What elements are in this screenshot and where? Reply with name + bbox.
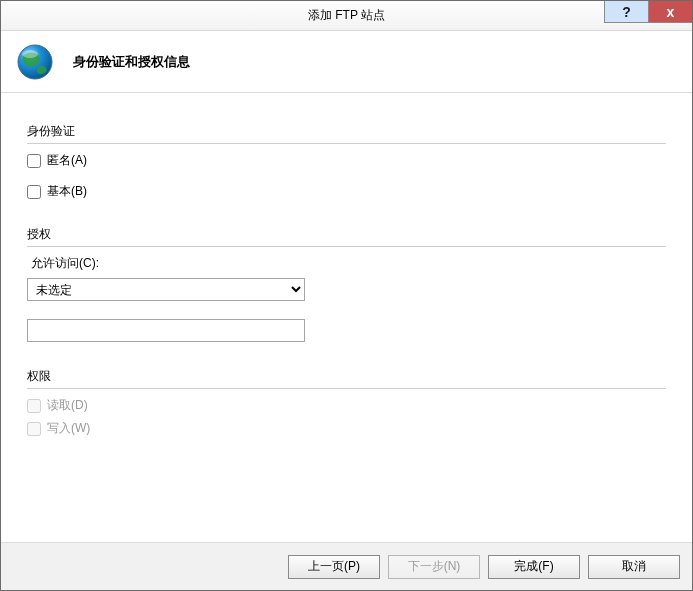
svg-point-1 <box>22 50 38 58</box>
read-checkbox <box>27 399 41 413</box>
anonymous-checkbox-row[interactable]: 匿名(A) <box>27 152 666 169</box>
write-checkbox <box>27 422 41 436</box>
help-button[interactable]: ? <box>604 1 648 23</box>
authentication-group-label: 身份验证 <box>27 123 666 144</box>
basic-label: 基本(B) <box>47 183 87 200</box>
anonymous-label: 匿名(A) <box>47 152 87 169</box>
wizard-body: 身份验证 匿名(A) 基本(B) 授权 允许访问(C): 未选定 权限 读取(D… <box>1 93 692 542</box>
allow-access-select[interactable]: 未选定 <box>27 278 305 301</box>
write-checkbox-row: 写入(W) <box>27 420 666 437</box>
help-icon: ? <box>622 4 631 20</box>
finish-button[interactable]: 完成(F) <box>488 555 580 579</box>
globe-icon <box>15 42 55 82</box>
previous-button[interactable]: 上一页(P) <box>288 555 380 579</box>
close-button[interactable]: x <box>648 1 692 23</box>
titlebar: 添加 FTP 站点 ? x <box>1 1 692 31</box>
cancel-button[interactable]: 取消 <box>588 555 680 579</box>
permissions-group-label: 权限 <box>27 368 666 389</box>
allow-access-textbox[interactable] <box>27 319 305 342</box>
authorization-group-label: 授权 <box>27 226 666 247</box>
anonymous-checkbox[interactable] <box>27 154 41 168</box>
basic-checkbox-row[interactable]: 基本(B) <box>27 183 666 200</box>
basic-checkbox[interactable] <box>27 185 41 199</box>
allow-access-label: 允许访问(C): <box>31 255 666 272</box>
next-button: 下一步(N) <box>388 555 480 579</box>
window-title: 添加 FTP 站点 <box>308 7 385 24</box>
read-label: 读取(D) <box>47 397 88 414</box>
page-title: 身份验证和授权信息 <box>73 53 190 71</box>
titlebar-buttons: ? x <box>604 1 692 23</box>
wizard-header: 身份验证和授权信息 <box>1 31 692 93</box>
dialog-add-ftp-site: 添加 FTP 站点 ? x <box>0 0 693 591</box>
read-checkbox-row: 读取(D) <box>27 397 666 414</box>
write-label: 写入(W) <box>47 420 90 437</box>
close-icon: x <box>667 4 675 20</box>
wizard-footer: 上一页(P) 下一步(N) 完成(F) 取消 <box>1 542 692 590</box>
